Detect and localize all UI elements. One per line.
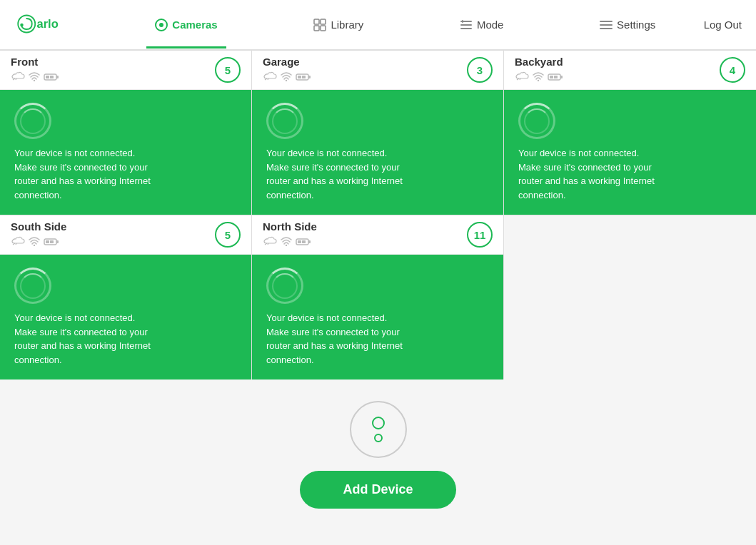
camera-column-garage: Garage <box>252 51 504 215</box>
svg-rect-39 <box>298 240 301 243</box>
wifi-icon-south <box>29 236 40 248</box>
arlo-logo: arlo <box>14 11 79 39</box>
logout-button[interactable]: Log Out <box>704 19 742 31</box>
nav-items: Cameras Library Mode <box>107 13 704 37</box>
camera-count-backyard: 4 <box>720 57 745 83</box>
spinner-inner-garage <box>272 108 298 134</box>
cameras-icon <box>155 19 168 31</box>
svg-point-1 <box>20 23 24 26</box>
settings-icon <box>600 19 613 31</box>
spinner-front <box>14 103 51 139</box>
svg-rect-6 <box>321 19 326 24</box>
spinner-inner-south <box>20 273 46 299</box>
camera-header-left-front: Front <box>11 56 59 84</box>
nav-cameras[interactable]: Cameras <box>146 13 226 37</box>
camera-feed-south: Your device is not connected.Make sure i… <box>0 255 251 380</box>
camera-feed-front: Your device is not connected.Make sure i… <box>0 90 251 215</box>
camera-feed-north: Your device is not connected.Make sure i… <box>252 255 503 380</box>
camera-header-backyard: Backyard <box>504 51 756 90</box>
wifi-icon-front <box>29 71 40 83</box>
svg-rect-38 <box>308 240 311 243</box>
navbar: arlo Cameras Library <box>0 0 756 50</box>
camera-count-front: 5 <box>215 57 241 83</box>
camera-count-south: 5 <box>215 222 241 248</box>
camera-name-south: South Side <box>11 220 66 233</box>
not-connected-text-south: Your device is not connected.Make sure i… <box>14 311 151 367</box>
camera-header-left-garage: Garage <box>263 56 311 84</box>
spinner-north <box>266 268 303 304</box>
camera-header-garage: Garage <box>252 51 503 90</box>
svg-rect-40 <box>302 240 306 243</box>
svg-rect-23 <box>308 76 311 78</box>
camera-header-left-backyard: Backyard <box>515 56 563 84</box>
camera-column-empty <box>504 215 756 380</box>
motion-icon-front <box>11 71 25 84</box>
camera-name-north: North Side <box>263 220 317 233</box>
svg-rect-29 <box>550 76 553 78</box>
battery-icon-backyard <box>548 72 563 83</box>
svg-rect-8 <box>321 26 326 31</box>
svg-point-26 <box>538 80 539 81</box>
motion-icon-backyard <box>515 71 529 84</box>
camera-icons-north <box>263 235 317 249</box>
nav-mode-label: Mode <box>477 19 504 31</box>
battery-icon-north <box>296 237 311 248</box>
svg-point-21 <box>286 80 287 81</box>
camera-icons-front <box>11 71 59 84</box>
nav-library-label: Library <box>331 19 363 31</box>
camera-header-north: North Side <box>252 215 503 255</box>
camera-header-south: South Side <box>0 215 251 255</box>
svg-rect-20 <box>50 76 54 78</box>
add-device-button[interactable]: Add Device <box>300 471 455 509</box>
svg-rect-24 <box>298 76 301 78</box>
camera-column-north: North Side <box>252 215 504 380</box>
camera-column-backyard: Backyard <box>504 51 756 215</box>
svg-rect-25 <box>302 76 306 78</box>
svg-rect-11 <box>460 28 472 29</box>
nav-cameras-label: Cameras <box>172 19 217 31</box>
camera-count-north: 11 <box>467 222 493 248</box>
svg-point-4 <box>159 23 163 27</box>
camera-name-backyard: Backyard <box>515 56 563 68</box>
not-connected-text-north: Your device is not connected.Make sure i… <box>266 311 403 367</box>
spinner-garage <box>266 103 303 139</box>
device-dot-small <box>374 434 383 442</box>
motion-icon-north <box>263 235 277 249</box>
library-icon <box>313 19 326 31</box>
camera-name-garage: Garage <box>263 56 311 68</box>
camera-header-left-north: North Side <box>263 220 317 249</box>
battery-icon-south <box>44 237 59 248</box>
logo: arlo <box>14 11 79 39</box>
spinner-backyard <box>518 103 555 139</box>
svg-rect-19 <box>46 76 49 78</box>
battery-icon-garage <box>296 72 311 83</box>
camera-count-garage: 3 <box>467 57 493 83</box>
spinner-inner-backyard <box>524 108 550 134</box>
camera-feed-backyard: Your device is not connected.Make sure i… <box>504 90 756 215</box>
motion-icon-garage <box>263 71 277 84</box>
spinner-inner-north <box>272 273 298 299</box>
wifi-icon-backyard <box>533 71 544 83</box>
camera-column-south: South Side <box>0 215 252 380</box>
nav-settings[interactable]: Settings <box>591 13 664 37</box>
svg-rect-18 <box>56 76 59 78</box>
add-device-section: Add Device <box>0 380 756 537</box>
spinner-south <box>14 268 51 304</box>
svg-rect-30 <box>554 76 558 78</box>
not-connected-text-garage: Your device is not connected.Make sure i… <box>266 146 403 202</box>
svg-rect-10 <box>460 24 472 26</box>
motion-icon-south <box>11 235 25 249</box>
svg-point-16 <box>34 80 35 81</box>
svg-rect-7 <box>314 26 319 31</box>
svg-rect-12 <box>462 20 463 23</box>
camera-icons-south <box>11 235 66 249</box>
svg-point-31 <box>34 245 35 246</box>
camera-column-front: Front <box>0 51 252 215</box>
svg-rect-5 <box>314 19 319 24</box>
nav-library[interactable]: Library <box>305 13 372 37</box>
svg-rect-28 <box>560 76 563 78</box>
svg-point-36 <box>286 245 287 246</box>
nav-mode[interactable]: Mode <box>451 13 513 37</box>
camera-grid-row2: South Side <box>0 215 756 380</box>
nav-settings-label: Settings <box>617 19 655 31</box>
